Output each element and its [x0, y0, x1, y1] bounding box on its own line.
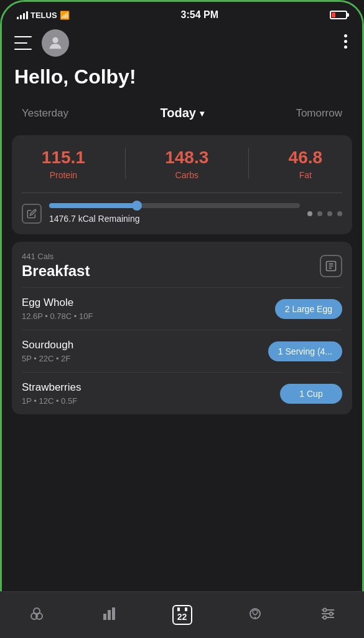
food-macros: 5P • 22C • 2F: [22, 354, 73, 363]
header-left: Hello, Colby!: [14, 29, 136, 88]
battery-icon: [330, 11, 347, 19]
dot-1: [344, 34, 347, 37]
log-icon: [325, 260, 337, 272]
time-display: 3:54 PM: [181, 9, 218, 21]
meal-title: Breakfast: [22, 262, 90, 280]
status-right: [330, 11, 347, 19]
food-item[interactable]: Egg Whole 12.6P • 0.78C • 10F 2 Large Eg…: [12, 288, 352, 330]
indicator-dot-1: [307, 211, 312, 216]
today-label: Today: [160, 106, 195, 120]
progress-thumb: [132, 201, 142, 211]
svg-rect-8: [103, 614, 106, 620]
fat-label: Fat: [299, 170, 312, 180]
stats-icon: [101, 605, 118, 625]
wifi-icon: 📶: [60, 11, 70, 20]
breakfast-section: 441 Cals Breakfast Egg Whole 1: [12, 242, 352, 414]
meal-cals: 441 Cals: [22, 252, 90, 261]
dot-2: [344, 40, 347, 43]
progress-section: 1476.7 kCal Remaining: [49, 203, 300, 224]
macros-nav-icon: [28, 605, 45, 622]
bottom-navigation: 22: [0, 591, 364, 638]
dot-3: [344, 45, 347, 49]
protein-label: Protein: [50, 170, 77, 180]
food-macros: 1P • 12C • 0.5F: [22, 396, 81, 406]
dot-indicators: [307, 211, 342, 216]
food-serving-button[interactable]: 1 Cup: [280, 384, 342, 404]
food-item-left: Sourdough 5P • 22C • 2F: [22, 339, 73, 363]
edit-icon: [27, 209, 37, 219]
avatar[interactable]: [42, 29, 69, 57]
today-button[interactable]: Today ▾: [160, 106, 203, 120]
progress-bar: [49, 203, 300, 208]
app-header: Hello, Colby!: [2, 24, 362, 96]
meal-header-left: 441 Cals Breakfast: [22, 252, 90, 280]
protein-value: 115.1: [42, 148, 85, 168]
svg-point-17: [329, 612, 332, 616]
carbs-label: Carbs: [175, 170, 198, 180]
svg-point-16: [323, 609, 326, 612]
svg-point-7: [34, 608, 40, 614]
day-selector: Yesterday Today ▾ Tomorrow: [2, 96, 362, 130]
calendar-number: 22: [177, 612, 187, 622]
nav-item-stats[interactable]: [91, 599, 128, 631]
macros-icon: [28, 605, 45, 625]
fat-macro: 46.8 Fat: [289, 148, 323, 180]
meal-log-button[interactable]: [320, 255, 342, 277]
coach-nav-icon: [246, 605, 264, 622]
avatar-icon: [47, 34, 64, 52]
food-serving-button[interactable]: 2 Large Egg: [275, 299, 342, 319]
header-top-row: [14, 29, 136, 57]
calorie-row: 1476.7 kCal Remaining: [22, 203, 342, 224]
edit-button[interactable]: [22, 204, 42, 224]
greeting-text: Hello, Colby!: [14, 65, 136, 88]
fat-value: 46.8: [289, 148, 323, 168]
svg-rect-10: [112, 607, 115, 620]
macro-card: 115.1 Protein 148.3 Carbs 46.8 Fat: [12, 135, 352, 234]
tomorrow-button[interactable]: Tomorrow: [296, 107, 342, 120]
progress-fill: [49, 203, 137, 208]
indicator-dot-3: [327, 211, 332, 216]
food-name: Sourdough: [22, 339, 73, 351]
indicator-dot-2: [317, 211, 322, 216]
food-name: Egg Whole: [22, 297, 93, 309]
carbs-value: 148.3: [165, 148, 208, 168]
food-item-left: Strawberries 1P • 12C • 0.5F: [22, 381, 81, 406]
nav-item-macros[interactable]: [18, 599, 55, 631]
nav-item-diary[interactable]: 22: [164, 599, 201, 631]
macro-divider-1: [125, 148, 126, 179]
svg-point-18: [323, 616, 326, 619]
macro-separator: [22, 193, 342, 193]
food-item[interactable]: Sourdough 5P • 22C • 2F 1 Serving (4...: [12, 330, 352, 372]
protein-macro: 115.1 Protein: [42, 148, 85, 180]
svg-rect-9: [108, 610, 111, 620]
calorie-remaining-unit: kCal Remaining: [78, 214, 140, 224]
yesterday-button[interactable]: Yesterday: [22, 107, 68, 120]
signal-bars: [17, 11, 28, 19]
calendar-icon: 22: [172, 605, 192, 625]
status-bar: TELUS 📶 3:54 PM: [2, 2, 362, 24]
food-item-left: Egg Whole 12.6P • 0.78C • 10F: [22, 297, 93, 321]
status-left: TELUS 📶: [17, 11, 70, 20]
food-name: Strawberries: [22, 381, 81, 394]
carbs-macro: 148.3 Carbs: [165, 148, 208, 180]
meal-header: 441 Cals Breakfast: [12, 242, 352, 287]
calorie-remaining-text: 1476.7 kCal Remaining: [49, 214, 140, 224]
settings-icon: [319, 605, 337, 625]
calorie-remaining-value: 1476.7: [49, 214, 76, 224]
settings-nav-icon: [319, 605, 337, 622]
main-content: Yesterday Today ▾ Tomorrow 115.1 Protein…: [2, 96, 362, 636]
food-serving-button[interactable]: 1 Serving (4...: [268, 341, 342, 361]
food-item[interactable]: Strawberries 1P • 12C • 0.5F 1 Cup: [12, 373, 352, 414]
macro-divider-2: [248, 148, 249, 179]
menu-button[interactable]: [14, 36, 32, 50]
chevron-down-icon: ▾: [200, 108, 204, 118]
indicator-dot-4: [337, 211, 342, 216]
more-menu-button[interactable]: [342, 29, 350, 54]
stats-nav-icon: [101, 605, 118, 622]
macro-row: 115.1 Protein 148.3 Carbs 46.8 Fat: [22, 148, 342, 180]
coach-icon: [246, 605, 264, 625]
battery-fill: [332, 12, 335, 17]
food-macros: 12.6P • 0.78C • 10F: [22, 312, 93, 321]
nav-item-coach[interactable]: [236, 599, 274, 631]
nav-item-settings[interactable]: [309, 599, 347, 631]
